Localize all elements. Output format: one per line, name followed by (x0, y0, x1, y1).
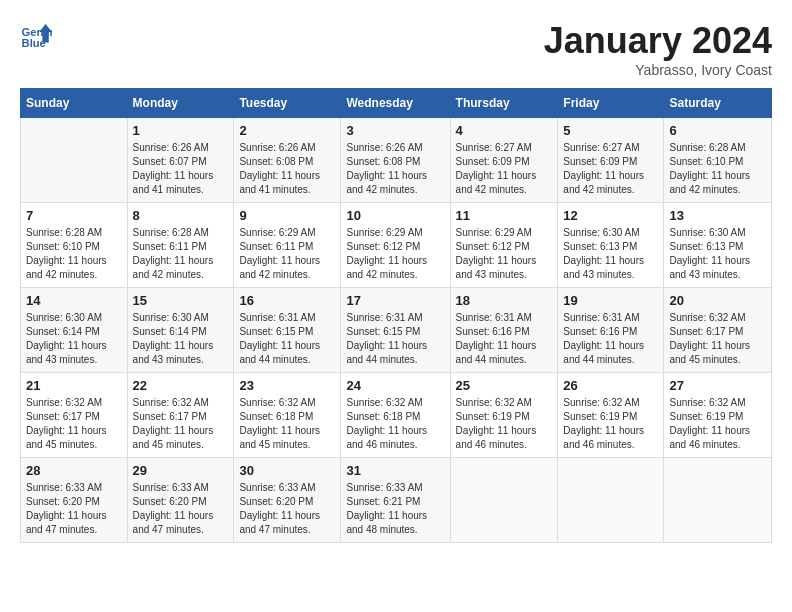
day-number: 24 (346, 378, 444, 393)
calendar-cell: 14Sunrise: 6:30 AMSunset: 6:14 PMDayligh… (21, 288, 128, 373)
day-number: 19 (563, 293, 658, 308)
day-info: Sunrise: 6:32 AMSunset: 6:19 PMDaylight:… (563, 396, 658, 452)
day-number: 7 (26, 208, 122, 223)
day-number: 16 (239, 293, 335, 308)
day-number: 9 (239, 208, 335, 223)
header-thursday: Thursday (450, 89, 558, 118)
calendar-cell: 3Sunrise: 6:26 AMSunset: 6:08 PMDaylight… (341, 118, 450, 203)
title-area: January 2024 Yabrasso, Ivory Coast (544, 20, 772, 78)
logo: General Blue (20, 20, 52, 52)
calendar-cell: 1Sunrise: 6:26 AMSunset: 6:07 PMDaylight… (127, 118, 234, 203)
week-row-4: 21Sunrise: 6:32 AMSunset: 6:17 PMDayligh… (21, 373, 772, 458)
calendar-cell: 20Sunrise: 6:32 AMSunset: 6:17 PMDayligh… (664, 288, 772, 373)
day-number: 28 (26, 463, 122, 478)
day-number: 22 (133, 378, 229, 393)
calendar-cell: 6Sunrise: 6:28 AMSunset: 6:10 PMDaylight… (664, 118, 772, 203)
day-number: 8 (133, 208, 229, 223)
day-number: 23 (239, 378, 335, 393)
day-number: 27 (669, 378, 766, 393)
calendar-cell (664, 458, 772, 543)
calendar-cell: 25Sunrise: 6:32 AMSunset: 6:19 PMDayligh… (450, 373, 558, 458)
week-row-3: 14Sunrise: 6:30 AMSunset: 6:14 PMDayligh… (21, 288, 772, 373)
calendar-cell: 7Sunrise: 6:28 AMSunset: 6:10 PMDaylight… (21, 203, 128, 288)
svg-text:Blue: Blue (22, 37, 46, 49)
calendar-cell: 29Sunrise: 6:33 AMSunset: 6:20 PMDayligh… (127, 458, 234, 543)
day-info: Sunrise: 6:26 AMSunset: 6:08 PMDaylight:… (239, 141, 335, 197)
calendar-cell: 5Sunrise: 6:27 AMSunset: 6:09 PMDaylight… (558, 118, 664, 203)
logo-icon: General Blue (20, 20, 52, 52)
day-info: Sunrise: 6:27 AMSunset: 6:09 PMDaylight:… (456, 141, 553, 197)
day-number: 20 (669, 293, 766, 308)
day-info: Sunrise: 6:32 AMSunset: 6:17 PMDaylight:… (26, 396, 122, 452)
day-number: 21 (26, 378, 122, 393)
day-number: 13 (669, 208, 766, 223)
day-number: 1 (133, 123, 229, 138)
day-info: Sunrise: 6:30 AMSunset: 6:13 PMDaylight:… (563, 226, 658, 282)
day-info: Sunrise: 6:33 AMSunset: 6:20 PMDaylight:… (133, 481, 229, 537)
week-row-1: 1Sunrise: 6:26 AMSunset: 6:07 PMDaylight… (21, 118, 772, 203)
calendar-cell: 19Sunrise: 6:31 AMSunset: 6:16 PMDayligh… (558, 288, 664, 373)
day-info: Sunrise: 6:32 AMSunset: 6:17 PMDaylight:… (669, 311, 766, 367)
calendar-cell: 2Sunrise: 6:26 AMSunset: 6:08 PMDaylight… (234, 118, 341, 203)
day-info: Sunrise: 6:33 AMSunset: 6:20 PMDaylight:… (239, 481, 335, 537)
header-friday: Friday (558, 89, 664, 118)
calendar-cell: 8Sunrise: 6:28 AMSunset: 6:11 PMDaylight… (127, 203, 234, 288)
day-info: Sunrise: 6:32 AMSunset: 6:19 PMDaylight:… (456, 396, 553, 452)
calendar-table: SundayMondayTuesdayWednesdayThursdayFrid… (20, 88, 772, 543)
day-number: 11 (456, 208, 553, 223)
day-info: Sunrise: 6:29 AMSunset: 6:11 PMDaylight:… (239, 226, 335, 282)
header-wednesday: Wednesday (341, 89, 450, 118)
calendar-cell: 28Sunrise: 6:33 AMSunset: 6:20 PMDayligh… (21, 458, 128, 543)
calendar-cell (21, 118, 128, 203)
day-number: 18 (456, 293, 553, 308)
day-info: Sunrise: 6:30 AMSunset: 6:14 PMDaylight:… (26, 311, 122, 367)
calendar-cell: 10Sunrise: 6:29 AMSunset: 6:12 PMDayligh… (341, 203, 450, 288)
week-row-5: 28Sunrise: 6:33 AMSunset: 6:20 PMDayligh… (21, 458, 772, 543)
day-number: 10 (346, 208, 444, 223)
day-number: 17 (346, 293, 444, 308)
day-info: Sunrise: 6:28 AMSunset: 6:10 PMDaylight:… (669, 141, 766, 197)
calendar-cell: 27Sunrise: 6:32 AMSunset: 6:19 PMDayligh… (664, 373, 772, 458)
day-info: Sunrise: 6:29 AMSunset: 6:12 PMDaylight:… (456, 226, 553, 282)
calendar-cell: 21Sunrise: 6:32 AMSunset: 6:17 PMDayligh… (21, 373, 128, 458)
calendar-cell: 15Sunrise: 6:30 AMSunset: 6:14 PMDayligh… (127, 288, 234, 373)
calendar-cell: 13Sunrise: 6:30 AMSunset: 6:13 PMDayligh… (664, 203, 772, 288)
calendar-cell (558, 458, 664, 543)
day-info: Sunrise: 6:30 AMSunset: 6:13 PMDaylight:… (669, 226, 766, 282)
day-number: 29 (133, 463, 229, 478)
calendar-cell: 16Sunrise: 6:31 AMSunset: 6:15 PMDayligh… (234, 288, 341, 373)
calendar-header-row: SundayMondayTuesdayWednesdayThursdayFrid… (21, 89, 772, 118)
day-number: 31 (346, 463, 444, 478)
day-info: Sunrise: 6:31 AMSunset: 6:16 PMDaylight:… (563, 311, 658, 367)
day-info: Sunrise: 6:26 AMSunset: 6:08 PMDaylight:… (346, 141, 444, 197)
day-info: Sunrise: 6:32 AMSunset: 6:18 PMDaylight:… (346, 396, 444, 452)
calendar-cell: 17Sunrise: 6:31 AMSunset: 6:15 PMDayligh… (341, 288, 450, 373)
day-number: 6 (669, 123, 766, 138)
day-info: Sunrise: 6:31 AMSunset: 6:15 PMDaylight:… (346, 311, 444, 367)
day-number: 30 (239, 463, 335, 478)
calendar-cell (450, 458, 558, 543)
day-info: Sunrise: 6:31 AMSunset: 6:16 PMDaylight:… (456, 311, 553, 367)
day-info: Sunrise: 6:31 AMSunset: 6:15 PMDaylight:… (239, 311, 335, 367)
day-number: 15 (133, 293, 229, 308)
calendar-cell: 30Sunrise: 6:33 AMSunset: 6:20 PMDayligh… (234, 458, 341, 543)
header-tuesday: Tuesday (234, 89, 341, 118)
day-number: 5 (563, 123, 658, 138)
header-saturday: Saturday (664, 89, 772, 118)
calendar-cell: 24Sunrise: 6:32 AMSunset: 6:18 PMDayligh… (341, 373, 450, 458)
day-info: Sunrise: 6:26 AMSunset: 6:07 PMDaylight:… (133, 141, 229, 197)
day-number: 14 (26, 293, 122, 308)
calendar-cell: 23Sunrise: 6:32 AMSunset: 6:18 PMDayligh… (234, 373, 341, 458)
day-info: Sunrise: 6:32 AMSunset: 6:19 PMDaylight:… (669, 396, 766, 452)
calendar-cell: 18Sunrise: 6:31 AMSunset: 6:16 PMDayligh… (450, 288, 558, 373)
day-number: 3 (346, 123, 444, 138)
day-number: 2 (239, 123, 335, 138)
page-header: General Blue January 2024 Yabrasso, Ivor… (20, 20, 772, 78)
month-title: January 2024 (544, 20, 772, 62)
day-info: Sunrise: 6:33 AMSunset: 6:21 PMDaylight:… (346, 481, 444, 537)
header-monday: Monday (127, 89, 234, 118)
calendar-cell: 12Sunrise: 6:30 AMSunset: 6:13 PMDayligh… (558, 203, 664, 288)
calendar-cell: 11Sunrise: 6:29 AMSunset: 6:12 PMDayligh… (450, 203, 558, 288)
day-number: 26 (563, 378, 658, 393)
calendar-cell: 9Sunrise: 6:29 AMSunset: 6:11 PMDaylight… (234, 203, 341, 288)
